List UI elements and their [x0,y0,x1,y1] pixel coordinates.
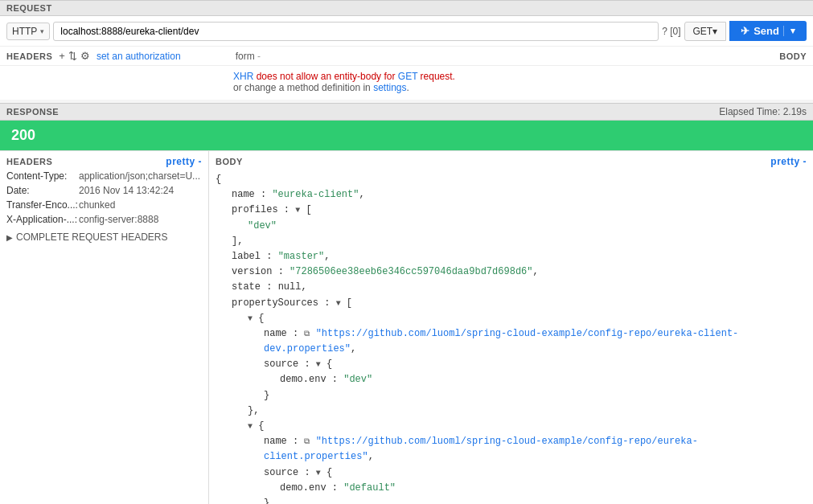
elapsed-time: Elapsed Time: 2.19s [719,106,807,117]
xhr-warning-text: XHR does not allow an entity-body for GE… [233,71,807,82]
header-val: application/json;charset=U... [79,170,200,182]
header-key: X-Application-...: [6,214,79,225]
resp-body-title: BODY pretty - [216,156,807,167]
get-method-select[interactable]: GET ▾ [684,22,727,41]
headers-label: HEADERS [6,51,52,61]
get-chevron-icon: ▾ [712,26,717,37]
header-val: 2016 Nov 14 13:42:24 [79,185,174,196]
gear-icon[interactable]: ⚙ [80,50,90,62]
xhr-warning-area: XHR does not allow an entity-body for GE… [0,66,813,100]
external-link-icon1: ⧉ [304,330,310,338]
response-label: RESPONSE [6,107,59,117]
complete-request-headers[interactable]: ▶ COMPLETE REQUEST HEADERS [6,232,202,243]
external-link-icon2: ⧉ [304,437,310,446]
headers-icons: + ⇅ ⚙ [59,50,90,62]
status-bar: 200 [0,121,813,150]
response-section: RESPONSE Elapsed Time: 2.19s 200 HEADERS… [0,103,813,504]
send-label: Send [753,25,779,37]
sort-header-icon[interactable]: ⇅ [68,50,77,62]
complete-req-label: COMPLETE REQUEST HEADERS [16,232,167,243]
xhr-warning-line2: or change a method definition in setting… [233,82,807,93]
propertysources-collapse-icon[interactable]: ▼ [336,299,341,308]
json-response-body: { name : "eureka-client", profiles : ▼ [… [216,172,807,504]
add-header-icon[interactable]: + [59,50,65,62]
source2-collapse-icon[interactable]: ▼ [248,422,253,431]
triangle-icon: ▶ [6,233,13,242]
header-val: chunked [79,199,115,211]
header-row-date: Date: 2016 Nov 14 13:42:24 [6,185,202,196]
send-arrow-icon[interactable]: ▾ [783,26,795,36]
url-input[interactable] [53,22,659,41]
source1-source-collapse-icon[interactable]: ▼ [316,360,321,369]
method-select[interactable]: HTTP ▾ [6,23,50,40]
response-body-area: HEADERS pretty - Content-Type: applicati… [0,150,813,504]
set-authorization-link[interactable]: set an authorization [96,51,181,62]
resp-headers-label: HEADERS [6,157,52,166]
header-key: Content-Type: [6,170,79,182]
method-label: HTTP [12,26,37,37]
form-label: form - [236,51,261,62]
resp-headers-title: HEADERS pretty - [6,156,202,167]
question-badge[interactable]: ? [0] [662,26,680,37]
response-headers-list: Content-Type: application/json;charset=U… [6,170,202,225]
profiles-collapse-icon[interactable]: ▼ [295,206,300,215]
settings-link[interactable]: settings [373,82,406,93]
url-bar: HTTP ▾ ? [0] GET ▾ ✈ Send ▾ [0,16,813,47]
header-row-transfer: Transfer-Enco...: chunked [6,199,202,211]
method-chevron-icon: ▾ [40,27,44,35]
send-button[interactable]: ✈ Send ▾ [729,21,807,41]
header-key: Date: [6,185,79,196]
header-row-content-type: Content-Type: application/json;charset=U… [6,170,202,182]
header-val: config-server:8888 [79,214,158,225]
response-header-bar: RESPONSE Elapsed Time: 2.19s [0,103,813,121]
response-body-panel: BODY pretty - { name : "eureka-client", … [209,151,813,504]
request-label: REQUEST [6,3,52,13]
json-name-val: "eureka-client" [272,189,359,200]
resp-body-label: BODY [216,157,243,166]
response-headers-panel: HEADERS pretty - Content-Type: applicati… [0,151,209,504]
source1-collapse-icon[interactable]: ▼ [248,314,253,323]
headers-bar: HEADERS + ⇅ ⚙ set an authorization form … [0,47,813,66]
body-pretty-link[interactable]: pretty - [770,156,807,167]
source2-name-link[interactable]: "https://github.com/luoml/spring-cloud-e… [264,436,698,462]
request-section-header: REQUEST [0,0,813,16]
source1-name-link[interactable]: "https://github.com/luoml/spring-cloud-e… [264,328,738,354]
xhr-link[interactable]: XHR [233,71,253,82]
get-method-link[interactable]: GET [398,71,417,82]
send-plane-icon: ✈ [741,25,749,37]
request-section: REQUEST HTTP ▾ ? [0] GET ▾ ✈ Send ▾ HEAD… [0,0,813,100]
header-row-xapp: X-Application-...: config-server:8888 [6,214,202,225]
source2-source-collapse-icon[interactable]: ▼ [316,469,321,477]
status-code: 200 [11,127,35,143]
body-label-req: BODY [779,51,807,61]
headers-pretty-link[interactable]: pretty - [166,156,202,167]
get-method-label: GET [693,26,713,37]
header-key: Transfer-Enco...: [6,199,79,211]
